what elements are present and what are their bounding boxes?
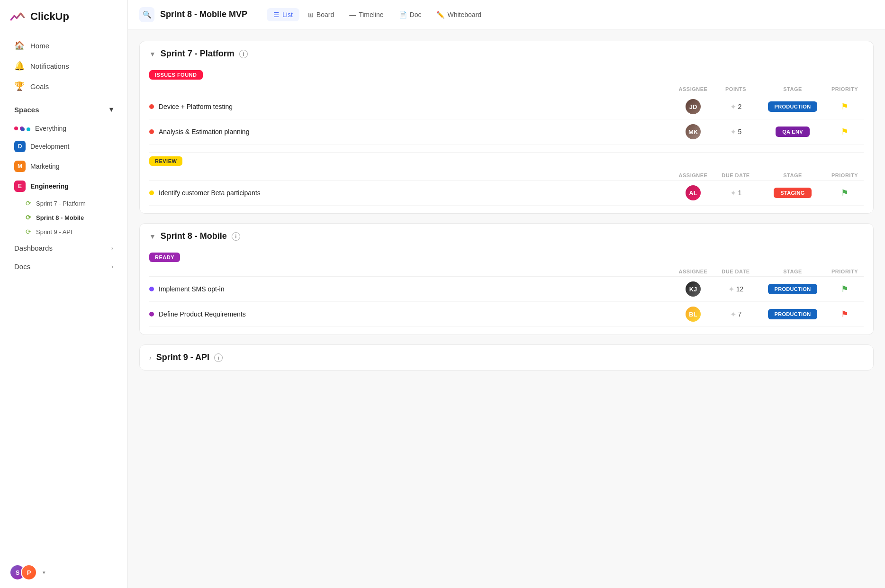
docs-chevron-icon: › [111,263,113,270]
sidebar-item-everything[interactable]: Everything [4,121,124,136]
th-duedate-2: DUE DATE [712,269,759,274]
task-name-cell: Analysis & Estimation planning [149,128,674,136]
task-row[interactable]: Implement SMS opt-in KJ ✦ 12 PRODUCTION … [149,277,864,302]
points-icon: ✦ [730,310,736,319]
sprint7-icon: ⟳ [26,199,31,207]
app-name: ClickUp [30,10,69,23]
task-name: Device + Platform testing [159,103,233,110]
sidebar-item-development[interactable]: D Development [4,137,124,156]
sprint8-ready-group: READY ASSIGNEE DUE DATE STAGE PRIORITY I… [140,249,873,335]
th-assignee-1: ASSIGNEE [674,86,712,92]
header-nav: ☰ List ⊞ Board — Timeline 📄 Doc ✏️ White… [267,8,488,21]
stage-cell: PRODUCTION [759,309,826,319]
header-search-icon[interactable]: 🔍 [139,7,154,22]
points-cell: ✦ 2 [712,102,759,111]
avatar: KJ [686,281,701,297]
stage-cell: PRODUCTION [759,284,826,294]
sprint9-header[interactable]: › Sprint 9 - API i [140,345,873,370]
priority-cell: ⚑ [826,309,864,319]
points-icon: ✦ [730,127,736,136]
stage-cell: PRODUCTION [759,101,826,112]
dashboards-label: Dashboards [14,244,53,252]
sidebar-item-marketing[interactable]: M Marketing [4,157,124,176]
page-title: Sprint 8 - Mobile MVP [160,9,247,19]
th-assignee-2: ASSIGNEE [674,172,712,178]
logo-area[interactable]: ClickUp [0,0,127,33]
sidebar-item-home[interactable]: 🏠 Home [4,36,124,55]
clickup-logo-icon [9,9,26,25]
development-avatar: D [14,141,26,152]
main-content: 🔍 Sprint 8 - Mobile MVP ☰ List ⊞ Board —… [128,0,885,588]
sprint8-info-icon[interactable]: i [232,232,240,241]
board-icon: ⊞ [308,11,314,18]
tab-doc[interactable]: 📄 Doc [392,8,428,21]
chevron-down-icon: ▾ [109,105,113,114]
sidebar-item-goals[interactable]: 🏆 Goals [4,76,124,96]
task-row[interactable]: Define Product Requirements BL ✦ 7 PRODU… [149,302,864,327]
timeline-icon: — [349,11,356,18]
task-name: Identify customer Beta participants [159,189,261,197]
tab-timeline[interactable]: — Timeline [343,8,390,21]
th-priority-3: PRIORITY [826,269,864,274]
points-cell: ✦ 7 [712,310,759,319]
avatar: MK [686,124,701,139]
sidebar-item-marketing-label: Marketing [30,163,59,170]
th-stage-3: STAGE [759,269,826,274]
task-row[interactable]: Analysis & Estimation planning MK ✦ 5 QA… [149,119,864,145]
stage-badge: QA ENV [776,127,810,137]
sidebar-item-docs[interactable]: Docs › [4,258,124,275]
tab-timeline-label: Timeline [359,11,383,18]
tab-list[interactable]: ☰ List [267,8,299,21]
sprint8-header[interactable]: ▼ Sprint 8 - Mobile i [140,224,873,249]
sidebar-item-sprint8[interactable]: ⟳ Sprint 8 - Mobile [4,211,124,224]
list-icon: ☰ [273,11,280,18]
sidebar-item-engineering[interactable]: E Engineering [4,177,124,196]
tab-whiteboard[interactable]: ✏️ Whiteboard [430,8,488,21]
sprint7-review-group: REVIEW ASSIGNEE DUE DATE STAGE PRIORITY … [140,153,873,213]
user-avatars[interactable]: S P [9,564,37,580]
task-row[interactable]: Device + Platform testing JD ✦ 2 PRODUCT… [149,94,864,119]
sidebar-item-sprint7-label: Sprint 7 - Platform [36,200,86,207]
sidebar-item-notifications[interactable]: 🔔 Notifications [4,56,124,76]
sprint7-header[interactable]: ▼ Sprint 7 - Platform i [140,41,873,66]
points-value: 12 [736,285,744,293]
sidebar-item-dashboards[interactable]: Dashboards › [4,239,124,257]
doc-icon: 📄 [399,11,407,18]
sidebar-item-development-label: Development [30,143,70,150]
content-area: ▼ Sprint 7 - Platform i ISSUES FOUND ASS… [128,29,885,588]
spaces-section-header[interactable]: Spaces ▾ [4,100,124,118]
th-priority-2: PRIORITY [826,172,864,178]
sidebar-item-sprint9[interactable]: ⟳ Sprint 9 - API [4,225,124,238]
th-priority-1: PRIORITY [826,86,864,92]
sprint8-icon: ⟳ [26,214,31,221]
header: 🔍 Sprint 8 - Mobile MVP ☰ List ⊞ Board —… [128,0,885,29]
sidebar-item-sprint7[interactable]: ⟳ Sprint 7 - Platform [4,197,124,210]
spaces-label: Spaces [14,106,39,114]
priority-flag-icon: ⚑ [841,284,849,294]
sprint7-info-icon[interactable]: i [239,50,248,58]
sprint8-title: Sprint 8 - Mobile [161,231,227,241]
task-row[interactable]: Identify customer Beta participants AL ✦… [149,181,864,206]
sidebar-item-engineering-label: Engineering [30,182,69,190]
engineering-avatar: E [14,181,26,192]
tab-board[interactable]: ⊞ Board [301,8,341,21]
user-dropdown-icon[interactable]: ▾ [43,570,45,576]
sprint9-info-icon[interactable]: i [214,353,223,362]
sidebar-nav: 🏠 Home 🔔 Notifications 🏆 Goals [0,33,127,99]
task-name-cell: Device + Platform testing [149,103,674,110]
priority-flag-icon: ⚑ [841,127,849,137]
task-name: Define Product Requirements [159,310,246,318]
points-cell: ✦ 12 [712,285,759,294]
sprint8-ready-header: ASSIGNEE DUE DATE STAGE PRIORITY [149,267,864,277]
bell-icon: 🔔 [14,61,25,71]
th-empty3 [149,269,674,274]
whiteboard-icon: ✏️ [436,11,444,18]
stage-cell: QA ENV [759,127,826,137]
issues-badge: ISSUES FOUND [149,70,203,80]
sidebar: ClickUp 🏠 Home 🔔 Notifications 🏆 Goals S… [0,0,128,588]
header-title-area: 🔍 Sprint 8 - Mobile MVP [139,7,257,22]
sidebar-item-sprint8-label: Sprint 8 - Mobile [36,214,84,221]
trophy-icon: 🏆 [14,81,25,91]
th-stage-1: STAGE [759,86,826,92]
th-empty2 [149,172,674,178]
